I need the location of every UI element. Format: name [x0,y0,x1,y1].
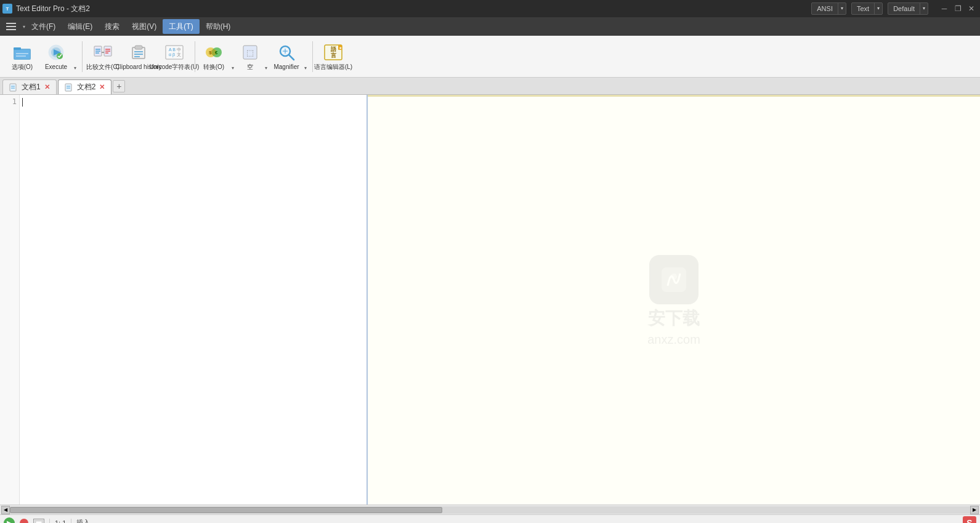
tab-bar: 文档1 ✕ 文档2 ✕ + [0,78,980,95]
tab-doc1-close[interactable]: ✕ [44,84,50,91]
folder-icon [12,43,32,62]
svg-text:A B: A B [169,47,176,52]
editor-left: 1 [0,95,368,505]
watermark-url: anxz.com [647,333,700,347]
record-icon[interactable] [33,519,44,524]
svg-rect-48 [65,84,71,91]
tab-doc2-icon [65,83,73,92]
title-bar: T Text Editor Pro - 文档2 ANSI ▾ Text ▾ De… [0,0,980,17]
encoding-selector[interactable]: ANSI ▾ [811,2,846,15]
execute-button-label: Execute [45,63,67,70]
convert-dropdown-arrow[interactable]: ▾ [229,39,237,75]
theme-selector[interactable]: Default ▾ [888,2,928,15]
tab-doc2-label: 文档2 [77,82,96,92]
tab-doc1-icon [9,83,18,92]
svg-text:文: 文 [177,52,181,57]
magnifier-button[interactable]: Magnifier [271,39,302,75]
status-mode: 插入 [76,518,90,523]
open-button[interactable]: 选项(O) [5,39,39,75]
space-button-group: ⬚ 空 ▾ [238,39,270,75]
space-dropdown-arrow[interactable]: ▾ [262,39,270,75]
execute-dropdown-arrow[interactable]: ▾ [71,39,79,75]
svg-rect-4 [15,50,30,59]
compare-button-label: 比较文件(C) [86,63,119,70]
magnifier-button-label: Magnifier [273,63,299,70]
scroll-thumb[interactable] [10,507,442,513]
menu-file[interactable]: 文件(F) [25,19,62,34]
svg-rect-19 [135,46,142,49]
langbar-button-label: 语言编辑器(L) [314,63,352,70]
convert-icon: $ € [204,43,224,62]
status-sep-1 [49,519,50,524]
menu-help[interactable]: 帮助(H) [200,19,237,34]
title-right: ANSI ▾ Text ▾ Default ▾ ─ ❐ ✕ [811,2,978,15]
mode-dropdown-arrow[interactable]: ▾ [874,2,882,15]
langbar-icon: 語 言 ★ [323,43,343,62]
scroll-track[interactable] [10,506,970,514]
menu-tools[interactable]: 工具(T) [163,19,199,34]
close-button[interactable]: ✕ [965,2,978,15]
svg-point-52 [671,274,677,280]
encoding-label: ANSI [812,2,838,15]
menu-view[interactable]: 视图(V) [126,19,163,34]
theme-label: Default [888,2,920,15]
editor-container: 1 安下载 anxz.com [0,95,980,505]
compare-icon [93,43,113,62]
svg-text:中: 中 [177,47,181,52]
scroll-right-arrow[interactable]: ▶ [970,506,979,514]
space-button-label: 空 [247,63,253,70]
space-icon: ⬚ [240,43,260,62]
toolbar-sep-3 [312,41,313,72]
new-tab-button[interactable]: + [113,80,125,92]
execute-button[interactable]: Execute [41,39,71,75]
tab-doc2-close[interactable]: ✕ [99,84,105,91]
watermark-icon [649,255,699,304]
svg-text:★: ★ [339,46,342,50]
window-controls: ─ ❐ ✕ [938,2,978,15]
magnifier-icon [277,43,296,62]
svg-rect-45 [10,84,16,91]
convert-button[interactable]: $ € 转换(O) [198,39,229,75]
scroll-left-arrow[interactable]: ◀ [1,506,10,514]
svg-text:α β: α β [169,52,175,57]
magnifier-dropdown-arrow[interactable]: ▾ [302,39,309,75]
hamburger-menu[interactable] [2,19,20,34]
line-numbers: 1 [0,95,20,505]
svg-rect-54 [36,521,42,524]
text-cursor [22,98,23,107]
status-position: 1: 1 [55,519,66,524]
editor-right: 安下载 anxz.com [368,95,980,505]
tab-doc2[interactable]: 文档2 ✕ [58,79,112,94]
menu-search[interactable]: 搜索 [99,19,126,34]
toolbar-sep-1 [82,41,83,72]
theme-dropdown-arrow[interactable]: ▾ [920,2,928,15]
mode-selector[interactable]: Text ▾ [851,2,883,15]
space-button[interactable]: ⬚ 空 [238,39,262,75]
play-button[interactable]: ▶ [4,517,15,524]
tab-doc1[interactable]: 文档1 ✕ [2,79,57,94]
status-bar: ▶ 1: 1 插入 S [0,514,980,523]
svg-rect-3 [14,47,21,50]
line-number-1: 1 [0,96,17,107]
svg-text:⬚: ⬚ [246,48,254,57]
unicode-icon: A B α β 中 文 [164,43,184,62]
encoding-dropdown-arrow[interactable]: ▾ [838,2,846,15]
svg-text:$: $ [209,50,212,55]
editor-text-area[interactable] [20,95,366,505]
langbar-button[interactable]: 語 言 ★ 语言编辑器(L) [316,39,350,75]
open-button-label: 选项(O) [12,63,33,70]
stop-button[interactable] [20,519,28,524]
restore-button[interactable]: ❐ [952,2,964,15]
magnifier-button-group: Magnifier ▾ [271,39,309,75]
hamburger-line1 [6,23,16,24]
watermark-text: 安下载 [648,307,700,330]
scrollbar-area: ◀ ▶ [0,505,980,514]
unicode-button[interactable]: A B α β 中 文 Unicode字符表(U) [157,39,192,75]
clipboard-icon [129,43,148,62]
menu-edit[interactable]: 编辑(E) [62,19,99,34]
toolbar: 选项(O) Execute ▾ [0,36,980,78]
menu-items: 文件(F) 编辑(E) 搜索 视图(V) 工具(T) 帮助(H) [25,19,237,34]
minimize-button[interactable]: ─ [938,2,950,15]
hamburger-line2 [6,26,16,27]
hamburger-line3 [6,29,16,30]
